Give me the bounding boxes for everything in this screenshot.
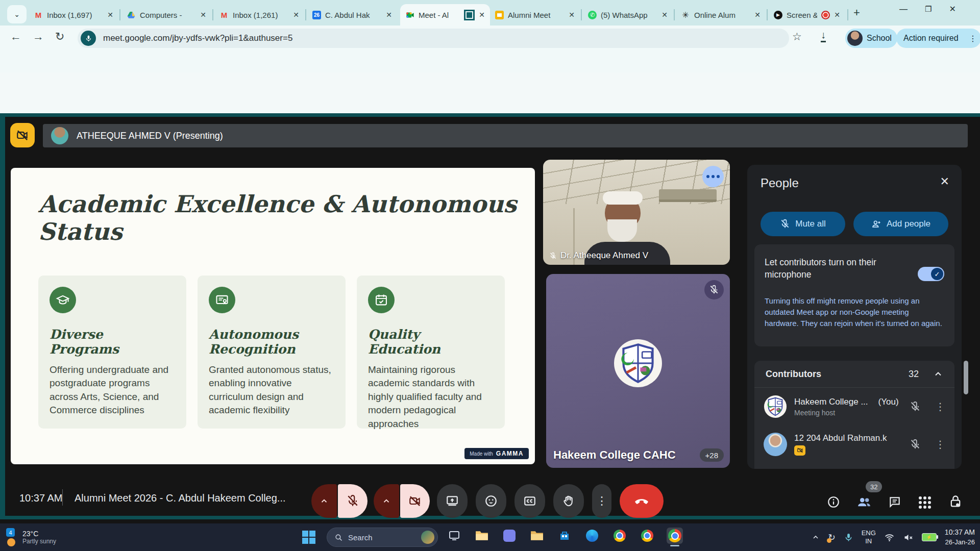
tab-calendar[interactable]: 26 C. Abdul Hak ✕	[307, 4, 397, 26]
chrome-active-icon[interactable]	[667, 528, 683, 544]
url-text: meet.google.com/jby-ydfs-vwk?pli=1&authu…	[103, 33, 292, 43]
start-button[interactable]	[302, 531, 315, 544]
edge-icon[interactable]	[584, 528, 600, 544]
close-tab-icon[interactable]: ✕	[754, 11, 761, 19]
battery-charging-icon[interactable]: ⚡	[922, 533, 937, 541]
panopto-icon: ▶	[774, 11, 782, 19]
activities-grid-button[interactable]	[919, 496, 931, 509]
more-vert-icon[interactable]: ⋮	[935, 400, 945, 413]
window-restore-button[interactable]: ❐	[925, 5, 932, 14]
close-tab-icon[interactable]: ✕	[200, 11, 206, 19]
sync-icon[interactable]: ↻	[828, 532, 835, 543]
tray-chevron-up-icon[interactable]	[812, 533, 820, 541]
weather-widget[interactable]: 4 23°C Partly sunny	[3, 523, 59, 551]
meet-stage: ATHEEQUE AHMED V (Presenting) Academic E…	[0, 113, 980, 519]
store-icon[interactable]	[556, 528, 573, 544]
close-icon[interactable]: ✕	[940, 175, 949, 188]
smiley-icon	[484, 494, 498, 508]
close-tab-icon[interactable]: ✕	[293, 11, 299, 19]
panel-scrollbar-thumb[interactable]	[964, 361, 968, 394]
folder-icon[interactable]	[529, 528, 545, 544]
reactions-button[interactable]	[476, 484, 506, 518]
made-with-gamma-badge[interactable]: Made with GAMMA	[464, 448, 529, 459]
mic-off-icon	[549, 252, 557, 260]
video-tile-presenter[interactable]: Dr. Atheeque Ahmed V	[543, 160, 730, 265]
chevron-up-icon[interactable]	[933, 369, 943, 379]
mic-options-button[interactable]	[311, 484, 337, 518]
file-explorer-icon[interactable]	[474, 528, 490, 544]
clock-date[interactable]: 10:37 AM 26-Jan-26	[945, 528, 975, 547]
hand-icon	[562, 494, 575, 508]
action-required-button[interactable]: Action required ⋮	[896, 29, 980, 48]
more-vert-icon[interactable]: ⋮	[935, 438, 945, 450]
forward-icon[interactable]: →	[33, 30, 44, 43]
reload-icon[interactable]: ↻	[55, 30, 64, 43]
tile-more-options-button[interactable]	[702, 166, 724, 187]
back-icon[interactable]: ←	[10, 30, 21, 43]
host-controls-button[interactable]	[948, 494, 963, 509]
add-people-button[interactable]: Add people	[853, 212, 948, 236]
download-icon[interactable]: ↓	[821, 30, 826, 42]
contributor-row-abdul[interactable]: 12 204 Abdul Rahman.k ⋮	[754, 425, 954, 463]
tray-mic-icon[interactable]	[844, 533, 853, 542]
meeting-info-button[interactable]	[827, 495, 840, 509]
bookmark-star-icon[interactable]: ☆	[792, 31, 802, 43]
tab-inbox-1[interactable]: M Inbox (1,697) ✕	[29, 4, 118, 26]
language-indicator[interactable]: ENG IN	[862, 529, 876, 546]
close-tab-icon[interactable]: ✕	[386, 11, 392, 19]
window-minimize-button[interactable]: —	[899, 5, 908, 14]
mic-off-icon	[910, 439, 921, 450]
wifi-icon[interactable]	[884, 532, 895, 543]
present-button[interactable]	[437, 484, 468, 518]
close-tab-icon[interactable]: ✕	[107, 11, 113, 19]
certificate-icon	[209, 287, 235, 313]
camera-toggle-button-off[interactable]	[400, 484, 430, 518]
contributor-row-host[interactable]: Hakeem College ... (You) Meeting host ⋮	[754, 388, 954, 425]
search-icon	[334, 533, 343, 542]
camera-options-button[interactable]	[374, 484, 399, 518]
window-close-button[interactable]: ✕	[949, 4, 955, 14]
raise-hand-button[interactable]	[553, 484, 584, 518]
tab-meet-active[interactable]: Meet - Al ✕	[400, 4, 490, 26]
taskbar-search[interactable]: Search	[327, 528, 438, 547]
chat-button[interactable]	[888, 495, 901, 509]
toggle-thumb-check-icon: ✓	[931, 268, 943, 280]
people-button-active[interactable]	[856, 494, 872, 510]
more-vert-icon[interactable]: ⋮	[969, 34, 977, 43]
drive-icon	[127, 10, 136, 19]
end-call-icon	[634, 493, 649, 509]
tab-alumni-meet[interactable]: Alumni Meet ✕	[490, 4, 580, 26]
chrome-icon[interactable]	[611, 528, 628, 544]
tab-separator	[847, 9, 848, 20]
mic-off-icon	[346, 494, 359, 508]
captions-button[interactable]	[514, 484, 545, 518]
chrome-profile-icon[interactable]	[639, 528, 655, 544]
close-tab-icon[interactable]: ✕	[569, 11, 575, 19]
volume-muted-icon[interactable]	[903, 532, 914, 543]
tab-inbox-2[interactable]: M Inbox (1,261) ✕	[214, 4, 304, 26]
more-participants-badge[interactable]: +28	[700, 448, 724, 462]
tab-mic-indicator-icon[interactable]	[81, 31, 96, 46]
taskbar: 4 23°C Partly sunny Search	[0, 523, 980, 551]
close-tab-icon[interactable]: ✕	[479, 11, 485, 19]
tab-whatsapp[interactable]: ✆ (5) WhatsApp ✕	[583, 4, 673, 26]
video-tile-college[interactable]: Hakeem College CAHC +28	[546, 274, 730, 468]
screen-window-icon[interactable]	[446, 528, 462, 544]
address-bar[interactable]: meet.google.com/jby-ydfs-vwk?pli=1&authu…	[78, 29, 789, 48]
mute-all-button[interactable]: Mute all	[761, 212, 845, 236]
close-tab-icon[interactable]: ✕	[662, 11, 668, 19]
contributors-header[interactable]: Contributors 32	[754, 361, 954, 388]
close-tab-icon[interactable]: ✕	[834, 11, 840, 19]
end-call-button[interactable]	[620, 484, 664, 518]
tab-search-icon[interactable]: ⌄	[7, 5, 27, 23]
new-tab-button[interactable]: +	[853, 6, 860, 19]
tab-chatgpt[interactable]: ✳ Online Alum ✕	[676, 4, 766, 26]
contributor-mic-toggle[interactable]: ✓	[918, 267, 944, 281]
camera-off-pill-icon[interactable]	[10, 123, 35, 147]
more-options-button[interactable]: ⋮	[592, 484, 611, 518]
tab-panopto[interactable]: ▶ Screen & ✕	[769, 4, 845, 26]
profile-chip[interactable]: School	[845, 29, 897, 48]
tab-drive[interactable]: Computers - ✕	[121, 4, 211, 26]
mic-toggle-button-muted[interactable]	[338, 484, 368, 518]
app-icon[interactable]	[501, 528, 518, 544]
